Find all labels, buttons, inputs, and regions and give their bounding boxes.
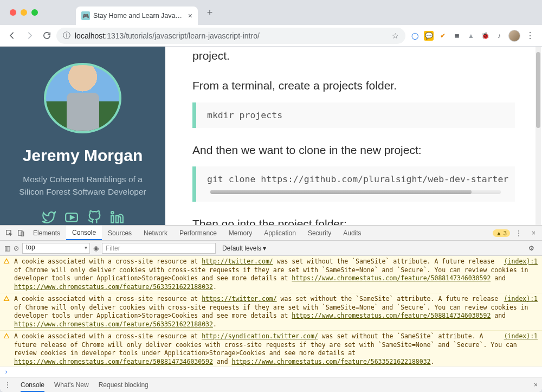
forward-button[interactable] xyxy=(22,28,37,43)
browser-menu-icon[interactable]: ⋮ xyxy=(522,30,538,41)
devtools-tab-console[interactable]: Console xyxy=(66,226,102,240)
author-name: Jeremy Morgan xyxy=(23,146,143,165)
prompt-chevron-icon: › xyxy=(4,368,8,376)
author-bio: Mostly Coherent Ramblings of a Silicon F… xyxy=(0,173,165,198)
devtools-tab-sources[interactable]: Sources xyxy=(102,226,138,240)
devtools-tab-network[interactable]: Network xyxy=(138,226,173,240)
new-tab-button[interactable]: + xyxy=(202,5,217,20)
console-message: (index):1A cookie associated with a cros… xyxy=(0,293,542,331)
console-input[interactable] xyxy=(11,368,538,376)
site-info-icon[interactable]: ⓘ xyxy=(63,31,70,41)
devtools-tab-bar: ElementsConsoleSourcesNetworkPerformance… xyxy=(0,226,542,241)
warning-count-badge[interactable]: ▲ 3 xyxy=(493,229,510,237)
window-controls xyxy=(10,9,38,16)
page-scrollbar[interactable] xyxy=(535,47,541,225)
warning-icon xyxy=(3,295,10,301)
clear-console-icon[interactable]: ⊘ xyxy=(14,245,19,252)
svg-point-2 xyxy=(111,211,113,214)
link[interactable]: https://www.chromestatus.com/feature/563… xyxy=(14,283,213,291)
drawer-tab-console[interactable]: Console xyxy=(21,381,44,392)
sidebar-toggle-icon[interactable]: ▥ xyxy=(4,245,10,252)
tab-title: Stay Home and Learn JavaScr xyxy=(93,12,185,20)
code-block: mkdir projects xyxy=(192,102,515,128)
tab-favicon: 🎮 xyxy=(81,11,90,20)
console-settings-icon[interactable]: ⚙ xyxy=(525,245,538,252)
message-source-link[interactable]: (index):1 xyxy=(504,258,538,266)
paragraph: Then go into the project folder: xyxy=(192,216,515,225)
warning-icon xyxy=(3,332,10,339)
warning-icon xyxy=(3,258,10,264)
console-prompt[interactable]: › xyxy=(0,367,542,377)
tab-strip: 🎮 Stay Home and Learn JavaScr × + xyxy=(0,0,542,25)
browser-toolbar: ⓘ localhost:1313/tutorials/javascript/le… xyxy=(0,25,542,47)
extension-icon[interactable]: ◯ xyxy=(410,31,420,41)
devtools-menu-icon[interactable]: ⋮ xyxy=(511,229,526,237)
devtools-tab-application[interactable]: Application xyxy=(258,226,302,240)
code-text: git clone https://github.com/pluralsight… xyxy=(207,174,508,184)
paragraph: And then we want to clone in the new pro… xyxy=(192,142,515,158)
link[interactable]: http://syndication.twitter.com/ xyxy=(202,332,318,340)
bookmark-star-icon[interactable]: ☆ xyxy=(392,31,399,40)
devtools-tab-audits[interactable]: Audits xyxy=(337,226,367,240)
console-output: (index):1A cookie associated with a cros… xyxy=(0,256,542,367)
linkedin-icon[interactable] xyxy=(109,210,125,225)
close-window[interactable] xyxy=(10,9,16,16)
live-expression-icon[interactable]: ◉ xyxy=(93,245,99,252)
console-toolbar: ▥ ⊘ top ◉ Default levels ▾ ⚙ xyxy=(0,241,542,256)
devtools-panel: ElementsConsoleSourcesNetworkPerformance… xyxy=(0,225,542,392)
drawer-tab-request-blocking[interactable]: Request blocking xyxy=(99,381,149,389)
device-toggle-icon[interactable] xyxy=(15,226,27,240)
link[interactable]: https://www.chromestatus.com/feature/563… xyxy=(232,358,431,365)
inspect-element-icon[interactable] xyxy=(3,226,15,240)
svg-rect-4 xyxy=(18,230,22,235)
address-bar[interactable]: ⓘ localhost:1313/tutorials/javascript/le… xyxy=(56,28,405,44)
link[interactable]: https://www.chromestatus.com/feature/508… xyxy=(14,358,213,365)
extension-icon[interactable]: 💬 xyxy=(424,31,434,41)
extension-icon[interactable]: ✔ xyxy=(438,31,448,41)
back-button[interactable] xyxy=(4,28,20,43)
drawer-menu-icon[interactable]: ⋮ xyxy=(4,381,11,389)
devtools-tab-performance[interactable]: Performance xyxy=(173,226,223,240)
page-viewport: Jeremy Morgan Mostly Coherent Ramblings … xyxy=(0,47,542,225)
twitter-icon[interactable] xyxy=(41,210,56,225)
browser-tab[interactable]: 🎮 Stay Home and Learn JavaScr × xyxy=(76,7,198,25)
article-content: project. From a terminal, create a proje… xyxy=(165,47,542,225)
extensions: ◯ 💬 ✔ ≣ ▲ 🐞 ♪ xyxy=(408,31,506,41)
devtools-close-icon[interactable]: × xyxy=(527,229,540,237)
tab-close-icon[interactable]: × xyxy=(188,11,192,20)
extension-icon[interactable]: ≣ xyxy=(452,31,462,41)
link[interactable]: https://www.chromestatus.com/feature/508… xyxy=(292,312,491,319)
link[interactable]: https://www.chromestatus.com/feature/563… xyxy=(14,320,213,328)
minimize-window[interactable] xyxy=(21,9,27,16)
horizontal-scrollbar[interactable] xyxy=(210,190,501,194)
site-sidebar: Jeremy Morgan Mostly Coherent Ramblings … xyxy=(0,47,165,225)
maximize-window[interactable] xyxy=(31,9,38,16)
log-levels-selector[interactable]: Default levels ▾ xyxy=(219,245,269,252)
paragraph: From a terminal, create a projects folde… xyxy=(192,78,515,93)
message-source-link[interactable]: (index):1 xyxy=(504,332,538,341)
link[interactable]: https://twitter.com/ xyxy=(202,295,276,303)
drawer-tab-what-s-new[interactable]: What's New xyxy=(54,381,89,389)
svg-rect-1 xyxy=(111,216,113,223)
extension-icon[interactable]: ♪ xyxy=(494,31,504,41)
filter-input[interactable] xyxy=(102,243,216,254)
profile-avatar[interactable] xyxy=(508,30,520,42)
devtools-tab-elements[interactable]: Elements xyxy=(27,226,66,240)
reload-button[interactable] xyxy=(39,28,54,43)
author-photo xyxy=(44,63,121,133)
link[interactable]: http://twitter.com/ xyxy=(202,258,273,265)
devtools-drawer: ⋮ ConsoleWhat's NewRequest blocking × xyxy=(0,377,542,392)
devtools-tab-memory[interactable]: Memory xyxy=(223,226,258,240)
drawer-close-icon[interactable]: × xyxy=(534,381,538,389)
link[interactable]: https://www.chromestatus.com/feature/508… xyxy=(292,274,491,282)
code-block: git clone https://github.com/pluralsight… xyxy=(192,166,515,202)
console-message: (index):1A cookie associated with a cros… xyxy=(0,256,542,293)
annotation-arrow xyxy=(76,204,108,225)
paragraph: project. xyxy=(192,48,515,63)
context-selector[interactable]: top xyxy=(22,243,90,254)
extension-icon[interactable]: 🐞 xyxy=(480,31,490,41)
devtools-tab-security[interactable]: Security xyxy=(302,226,337,240)
message-source-link[interactable]: (index):1 xyxy=(504,295,538,304)
url-text: localhost:1313/tutorials/javascript/lear… xyxy=(75,31,260,40)
extension-icon[interactable]: ▲ xyxy=(466,31,476,41)
